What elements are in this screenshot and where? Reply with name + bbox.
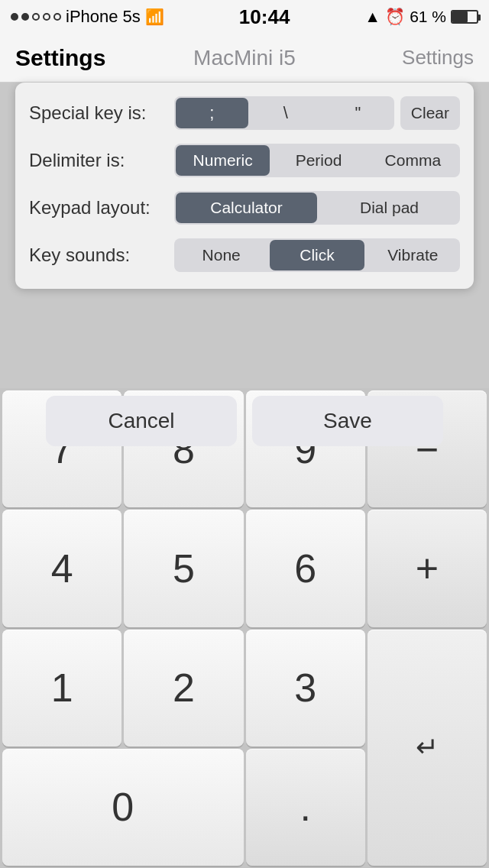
keypad-layout-row: Keypad layout: Calculator Dial pad — [29, 191, 460, 225]
delimiter-segment: Numeric Period Comma — [174, 144, 460, 177]
keypad-layout-segment: Calculator Dial pad — [174, 191, 460, 225]
key-plus[interactable]: + — [368, 510, 487, 627]
special-key-group: ; \ " Clear — [174, 96, 460, 130]
key-1[interactable]: 1 — [2, 630, 121, 747]
dot-5 — [53, 13, 61, 21]
key-0[interactable]: 0 — [2, 749, 244, 866]
nav-bar: Settings MacMini i5 Settings — [0, 34, 489, 83]
sounds-none[interactable]: None — [174, 238, 268, 272]
key-dot[interactable]: . — [246, 749, 365, 866]
dot-3 — [32, 13, 40, 21]
status-time: 10:44 — [239, 5, 290, 29]
settings-panel: Special key is: ; \ " Clear Delimiter is… — [15, 83, 474, 289]
signal-dots — [11, 13, 61, 21]
status-right: ▲ ⏰ 61 % — [364, 8, 478, 26]
save-button[interactable]: Save — [252, 396, 443, 446]
wifi-icon: 📶 — [145, 8, 164, 26]
keypad-layout-label: Keypad layout: — [29, 197, 174, 219]
cancel-button[interactable]: Cancel — [46, 396, 237, 446]
carrier-label: iPhone 5s — [66, 7, 141, 27]
key-sounds-segment: None Click Vibrate — [174, 238, 460, 272]
status-bar: iPhone 5s 📶 10:44 ▲ ⏰ 61 % — [0, 0, 489, 34]
special-key-quote[interactable]: " — [322, 96, 394, 130]
key-enter[interactable]: ↵ — [368, 630, 487, 866]
key-sounds-label: Key sounds: — [29, 245, 174, 266]
battery-fill — [452, 11, 468, 22]
battery-icon — [451, 10, 478, 24]
alarm-icon: ⏰ — [385, 8, 405, 26]
status-left: iPhone 5s 📶 — [11, 7, 164, 27]
sounds-click[interactable]: Click — [270, 240, 364, 270]
key-5[interactable]: 5 — [124, 510, 243, 627]
special-key-label: Special key is: — [29, 102, 174, 124]
nav-title-settings: Settings — [15, 45, 168, 71]
key-3[interactable]: 3 — [246, 630, 365, 747]
nav-title-center: MacMini i5 — [168, 46, 321, 70]
delimiter-row: Delimiter is: Numeric Period Comma — [29, 144, 460, 177]
delimiter-period[interactable]: Period — [271, 144, 365, 177]
delimiter-numeric[interactable]: Numeric — [176, 145, 270, 176]
key-2[interactable]: 2 — [124, 630, 243, 747]
location-icon: ▲ — [364, 8, 381, 26]
dialog-buttons: Cancel Save — [0, 396, 489, 446]
keypad: 7 8 9 − 4 5 6 + 1 2 3 ↵ 0 . — [0, 388, 489, 868]
sounds-vibrate[interactable]: Vibrate — [366, 238, 460, 272]
dot-4 — [43, 13, 50, 21]
nav-title-right: Settings — [321, 46, 474, 70]
keypad-dialpad[interactable]: Dial pad — [319, 191, 460, 225]
special-key-segment: ; \ " — [174, 96, 394, 130]
special-key-semicolon[interactable]: ; — [176, 98, 248, 128]
key-4[interactable]: 4 — [2, 510, 121, 627]
key-sounds-row: Key sounds: None Click Vibrate — [29, 238, 460, 272]
dot-2 — [21, 13, 29, 21]
key-6[interactable]: 6 — [246, 510, 365, 627]
dot-1 — [11, 13, 18, 21]
keypad-calculator[interactable]: Calculator — [176, 193, 317, 223]
special-key-row: Special key is: ; \ " Clear — [29, 96, 460, 130]
delimiter-comma[interactable]: Comma — [366, 144, 460, 177]
special-key-backslash[interactable]: \ — [250, 96, 322, 130]
delimiter-label: Delimiter is: — [29, 150, 174, 171]
battery-percent: 61 % — [410, 8, 446, 26]
clear-button[interactable]: Clear — [400, 96, 460, 130]
